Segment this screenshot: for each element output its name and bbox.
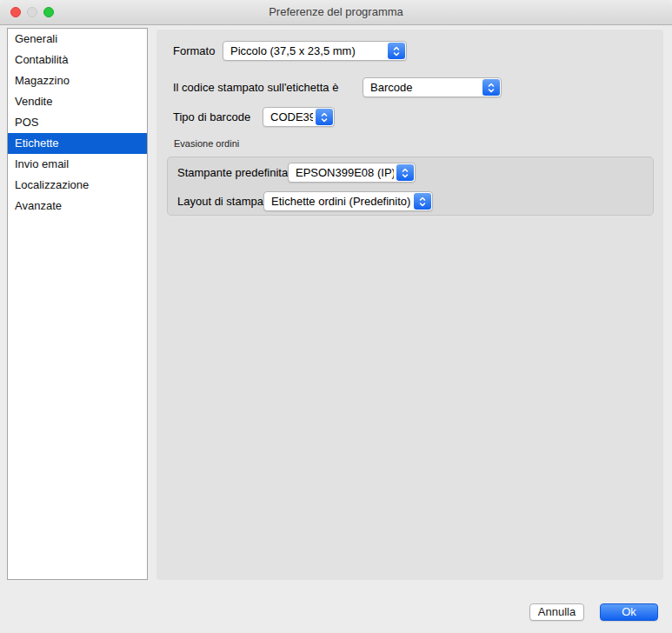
codice-etichetta-label: Il codice stampato sull'etichetta è: [173, 77, 338, 97]
tipo-barcode-value: CODE39: [270, 108, 313, 126]
window-title: Preferenze del programma: [0, 0, 672, 24]
titlebar: Preferenze del programma: [0, 0, 672, 25]
codice-etichetta-select[interactable]: Barcode: [363, 77, 502, 97]
layout-stampa-select[interactable]: Etichette ordini (Predefinito): [263, 191, 433, 211]
tipo-barcode-select[interactable]: CODE39: [263, 107, 335, 127]
chevron-up-down-icon: [414, 193, 431, 210]
chevron-up-down-icon: [482, 79, 500, 96]
codice-etichetta-value: Barcode: [370, 78, 480, 97]
evasione-ordini-group-title: Evasione ordini: [174, 138, 239, 149]
sidebar-item-generali[interactable]: Generali: [8, 29, 147, 50]
tipo-barcode-label: Tipo di barcode: [173, 107, 250, 127]
sidebar-item-pos[interactable]: POS: [8, 112, 147, 133]
stampante-predefinita-label: Stampante predefinita: [177, 163, 288, 183]
minimize-icon[interactable]: [27, 7, 37, 17]
traffic-lights: [10, 7, 54, 17]
cancel-button[interactable]: Annulla: [529, 603, 584, 621]
sidebar-item-avanzate[interactable]: Avanzate: [8, 196, 147, 217]
sidebar-item-vendite[interactable]: Vendite: [8, 91, 147, 112]
sidebar-item-magazzino[interactable]: Magazzino: [8, 70, 147, 91]
sidebar-item-contabilita[interactable]: Contabilità: [8, 50, 147, 70]
stampante-predefinita-value: EPSON399E08 (IP): [296, 163, 394, 182]
formato-label: Formato: [173, 41, 215, 61]
sidebar-item-localizzazione[interactable]: Localizzazione: [8, 175, 147, 196]
ok-button[interactable]: Ok: [600, 603, 658, 621]
close-icon[interactable]: [10, 7, 21, 17]
chevron-up-down-icon: [396, 164, 414, 181]
layout-stampa-value: Etichette ordini (Predefinito): [271, 192, 411, 210]
formato-value: Piccolo (37,5 x 23,5 mm): [230, 42, 385, 60]
sidebar-item-etichette[interactable]: Etichette: [8, 133, 147, 154]
formato-select[interactable]: Piccolo (37,5 x 23,5 mm): [223, 41, 407, 61]
stampante-predefinita-select[interactable]: EPSON399E08 (IP): [288, 163, 416, 183]
zoom-icon[interactable]: [43, 7, 54, 17]
sidebar: Generali Contabilità Magazzino Vendite P…: [7, 28, 148, 580]
chevron-up-down-icon: [388, 43, 405, 59]
sidebar-item-invio-email[interactable]: Invio email: [8, 154, 147, 175]
evasione-ordini-groupbox: Stampante predefinita EPSON399E08 (IP) L…: [167, 157, 654, 216]
main-panel: Formato Piccolo (37,5 x 23,5 mm) Il codi…: [156, 30, 663, 580]
layout-stampa-label: Layout di stampa: [177, 191, 263, 211]
chevron-up-down-icon: [316, 109, 333, 125]
